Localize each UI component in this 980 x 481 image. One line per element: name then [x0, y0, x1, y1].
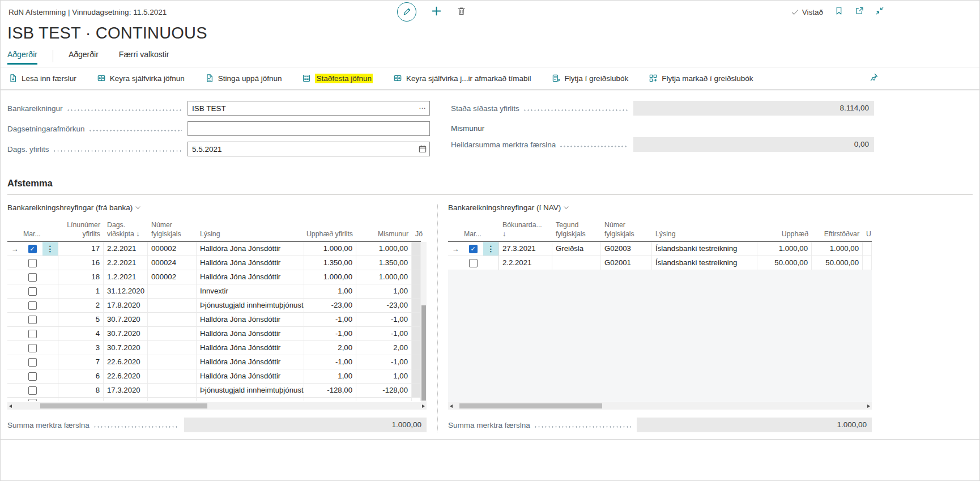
pin-button[interactable] — [870, 73, 879, 84]
grid-header-cell[interactable]: Línunúmeryfirlits — [58, 218, 104, 241]
grid-cell[interactable]: 50.000,00 — [757, 256, 812, 270]
grid-cell[interactable] — [412, 284, 421, 299]
row-checkbox[interactable]: ✓ — [469, 245, 478, 253]
v-scrollbar-thumb[interactable] — [421, 305, 426, 401]
grid-cell[interactable]: 1.350,00 — [356, 256, 412, 270]
row-menu-dots[interactable]: ⋮ — [483, 242, 499, 256]
grid-cell[interactable] — [412, 256, 421, 270]
row-menu-dots[interactable] — [42, 299, 58, 313]
grid-header-cell[interactable]: Jö — [412, 218, 421, 241]
grid-header-cell[interactable]: Númerfylgiskjals — [148, 218, 197, 241]
grid-cell[interactable]: -1,00 — [356, 313, 412, 327]
grid-cell[interactable]: 17.3.2020 — [104, 384, 148, 398]
grid-cell[interactable]: 6 — [58, 369, 104, 384]
scroll-right-arrow[interactable] — [867, 405, 870, 408]
grid-cell[interactable]: 3 — [58, 341, 104, 355]
toolbar-button-7[interactable]: Flytja markað í greiðslubók — [649, 74, 753, 83]
grid-cell[interactable]: 50.000,00 — [812, 256, 863, 270]
grid-cell[interactable] — [148, 355, 197, 369]
grid-cell[interactable]: Halldóra Jóna Jónsdóttir — [197, 256, 304, 270]
grid-header-cell[interactable]: Tegundfylgiskjals — [552, 218, 601, 241]
grid-cell[interactable]: 7 — [58, 355, 104, 369]
scroll-right-arrow[interactable] — [422, 405, 425, 408]
row-menu-dots[interactable] — [42, 313, 58, 327]
grid-cell[interactable] — [412, 369, 421, 384]
grid-header-cell[interactable]: Lýsing — [197, 218, 304, 241]
toolbar-button-3[interactable]: Stinga uppá jöfnun — [205, 74, 282, 83]
row-checkbox[interactable] — [469, 259, 478, 267]
h-scrollbar-thumb[interactable] — [459, 403, 602, 408]
grid-cell[interactable]: Íslandsbanki testreikning — [652, 256, 757, 270]
row-checkbox[interactable] — [28, 301, 37, 310]
grid-cell[interactable]: 1.000,00 — [304, 270, 356, 284]
grid-cell[interactable] — [148, 327, 197, 341]
grid-cell[interactable]: 27.3.2021 — [499, 242, 552, 256]
grid-cell[interactable]: 2.2.2021 — [499, 256, 552, 270]
grid-cell[interactable]: Halldóra Jóna Jónsdóttir — [197, 313, 304, 327]
grid-cell[interactable]: 30.7.2020 — [104, 341, 148, 355]
grid-cell[interactable]: 22.6.2020 — [104, 355, 148, 369]
grid-header-cell[interactable]: Eftirstöðvar — [812, 218, 863, 241]
grid-cell[interactable]: Innvextir — [197, 284, 304, 299]
edit-button[interactable] — [397, 2, 416, 22]
grid-cell[interactable]: 1.000,00 — [356, 270, 412, 284]
grid-cell[interactable] — [412, 355, 421, 369]
grid-cell[interactable]: 1.350,00 — [304, 256, 356, 270]
grid-cell[interactable]: 18 — [58, 270, 104, 284]
toolbar-button-6[interactable]: Flytja í greiðslubók — [552, 74, 629, 83]
grid-cell[interactable]: 1.000,00 — [304, 242, 356, 256]
grid-cell[interactable] — [412, 270, 421, 284]
grid-cell[interactable]: 1,00 — [304, 284, 356, 299]
new-button[interactable] — [431, 6, 442, 19]
collapse-button[interactable] — [875, 6, 884, 18]
grid-cell[interactable]: 22.6.2020 — [104, 369, 148, 384]
row-checkbox[interactable]: ✓ — [28, 245, 37, 253]
grid-cell[interactable]: 1,00 — [304, 369, 356, 384]
grid-cell[interactable]: 1,00 — [356, 369, 412, 384]
row-checkbox[interactable] — [28, 358, 37, 367]
row-menu-dots[interactable] — [42, 341, 58, 355]
grid-cell[interactable]: 30.7.2020 — [104, 313, 148, 327]
grid-cell[interactable]: 8 — [58, 384, 104, 398]
grid-cell[interactable] — [863, 256, 872, 270]
grid-cell[interactable]: -1,00 — [356, 327, 412, 341]
scroll-left-arrow[interactable] — [9, 405, 12, 408]
grid-cell[interactable]: Þjónustugjald innheimtuþjónusta — [197, 299, 304, 313]
grid-cell[interactable] — [863, 242, 872, 256]
grid-cell[interactable]: Halldóra Jóna Jónsdóttir — [197, 242, 304, 256]
grid-cell[interactable]: Íslandsbanki testreikning — [652, 242, 757, 256]
grid-header-cell[interactable]: Númerfylgiskjals — [601, 218, 652, 241]
grid-header-cell[interactable]: Upphæð — [757, 218, 812, 241]
grid-cell[interactable] — [412, 341, 421, 355]
row-menu-dots[interactable] — [483, 256, 499, 270]
grid-cell[interactable]: -1,00 — [304, 355, 356, 369]
grid-cell[interactable]: 2,00 — [304, 341, 356, 355]
grid-cell[interactable]: 1,00 — [356, 284, 412, 299]
grid-header-cell[interactable]: Dags.viðskipta ↓ — [104, 218, 148, 241]
grid-cell[interactable]: Þjónustugjald innheimtuþjónusta — [197, 384, 304, 398]
row-checkbox[interactable] — [28, 372, 37, 381]
grid-header-cell[interactable]: Bókunarda...↓ — [499, 218, 552, 241]
row-checkbox[interactable] — [28, 316, 37, 324]
grid-cell[interactable] — [148, 313, 197, 327]
grid-cell[interactable]: 2 — [58, 299, 104, 313]
bookmark-button[interactable] — [834, 6, 843, 18]
menu-tab-1[interactable]: Aðgerðir — [7, 50, 37, 65]
grid-cell[interactable]: 2.2.2021 — [104, 256, 148, 270]
grid-cell[interactable]: Halldóra Jóna Jónsdóttir — [197, 355, 304, 369]
toolbar-button-4[interactable]: Staðfesta jöfnun — [302, 74, 373, 83]
grid-cell[interactable] — [552, 256, 601, 270]
grid-cell[interactable]: 2,00 — [356, 341, 412, 355]
grid-cell[interactable]: 17.8.2020 — [104, 299, 148, 313]
grid-cell[interactable]: 4 — [58, 327, 104, 341]
calendar-icon[interactable] — [418, 144, 427, 154]
toolbar-button-2[interactable]: Keyra sjálfvirka jöfnun — [97, 74, 185, 83]
grid-cell[interactable]: 000002 — [148, 270, 197, 284]
grid-cell[interactable]: -128,00 — [304, 384, 356, 398]
grid-cell[interactable]: 17 — [58, 242, 104, 256]
grid-cell[interactable]: 31.12.2020 — [104, 284, 148, 299]
grid-cell[interactable]: -23,00 — [304, 299, 356, 313]
grid-cell[interactable]: 1.000,00 — [757, 242, 812, 256]
grid-cell[interactable]: -1,00 — [304, 313, 356, 327]
grid-header-cell[interactable]: Upphæð yfirlits — [304, 218, 356, 241]
